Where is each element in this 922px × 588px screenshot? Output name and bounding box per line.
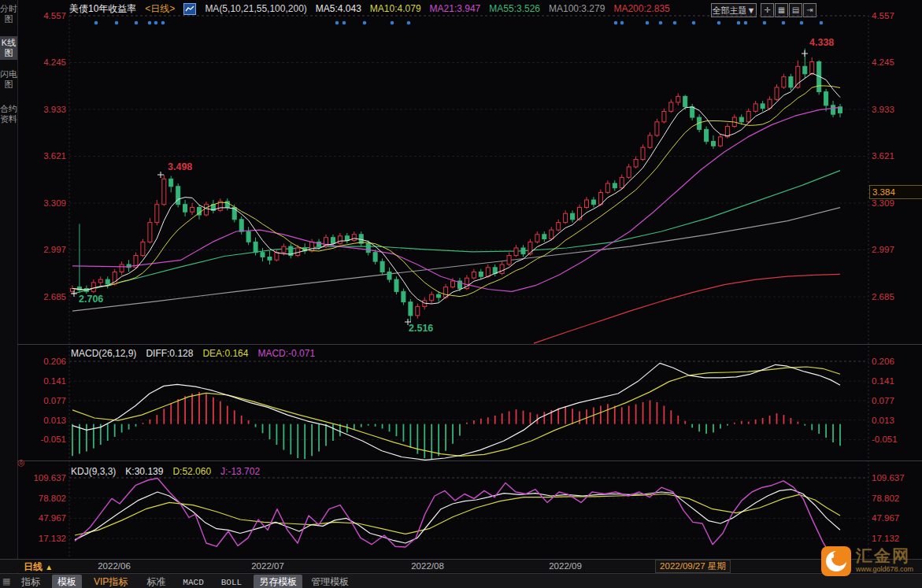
svg-text:3.498: 3.498	[168, 161, 192, 172]
y-axis-label: 17.132	[19, 534, 66, 543]
macd-title: MACD(26,12,9)	[71, 348, 136, 359]
svg-text:4.338: 4.338	[809, 37, 834, 48]
y-axis-label: 109.637	[19, 473, 66, 483]
x-axis-date: 2022/07	[251, 561, 284, 571]
kdj-d-value: D:52.060	[172, 466, 211, 477]
tab-boll[interactable]: BOLL	[216, 577, 247, 588]
tab-macd[interactable]: MACD	[177, 577, 209, 588]
y-axis-label: 4.245	[872, 57, 920, 67]
indicator-target-icon[interactable]: ◎	[17, 457, 25, 468]
y-axis-label: 47.967	[19, 513, 66, 523]
y-axis-label: 0.141	[19, 376, 66, 386]
kdj-header: KDJ(9,3,3) K:30.139 D:52.060 J:-13.702	[71, 466, 260, 477]
logo-badge-icon	[821, 546, 851, 576]
y-axis-label: 47.967	[872, 513, 920, 523]
y-axis-label: 2.685	[19, 292, 66, 301]
kdj-title: KDJ(9,3,3)	[71, 466, 116, 477]
y-axis-label: 0.077	[872, 396, 920, 405]
y-axis-label: 0.141	[872, 376, 920, 386]
period-selector[interactable]: 日线 ▲	[24, 560, 53, 574]
y-axis-label: 0.013	[19, 416, 66, 425]
current-date-label: 2022/09/27 星期二	[655, 560, 731, 573]
y-axis-label: -0.051	[19, 435, 66, 444]
candlestick-chart-canvas[interactable]: 3.4984.3382.7062.516	[0, 0, 922, 588]
indicator-tabs: 指标 模板 VIP指标 标准 MACD BOLL 另存模板 管理模板	[16, 575, 354, 588]
period-text: 日线	[24, 561, 43, 572]
macd-dea-value: DEA:0.164	[202, 348, 248, 359]
trading-app-window: 分时图 K线图 闪电图 合约资料 美债10年收益率 <日线> MA(5,10,2…	[0, 0, 922, 588]
tab-templates[interactable]: 模板	[52, 575, 82, 588]
x-axis-date: 2022/08	[411, 561, 444, 571]
tab-vip-indicators[interactable]: VIP指标	[88, 575, 133, 588]
y-axis-label: 4.245	[19, 57, 66, 67]
x-axis-date: 2022/06	[98, 561, 131, 571]
kdj-j-value: J:-13.702	[220, 466, 260, 477]
current-price-badge: 3.384	[869, 185, 922, 199]
y-axis-label: 0.013	[872, 416, 920, 425]
y-axis-label: 2.997	[19, 245, 66, 254]
y-axis-label: 2.997	[872, 245, 920, 254]
tab-save-template[interactable]: 另存模板	[254, 575, 302, 588]
chevron-up-icon: ▲	[45, 563, 53, 571]
y-axis-label: 109.637	[872, 473, 920, 483]
y-axis-label: 3.933	[872, 105, 920, 114]
tab-manage-templates[interactable]: 管理模板	[305, 575, 354, 588]
site-logo[interactable]: 汇金网 www.gold678.com	[821, 546, 922, 582]
grid-icon[interactable]: ▦	[2, 576, 10, 586]
y-axis-label: 3.933	[19, 105, 66, 114]
svg-text:2.516: 2.516	[409, 323, 433, 334]
y-axis-label: 17.132	[872, 534, 920, 543]
logo-name: 汇金网	[856, 546, 913, 565]
kdj-k-value: K:30.139	[125, 466, 163, 477]
panel-separator	[17, 344, 922, 345]
y-axis-label: -0.051	[872, 435, 920, 444]
x-axis-band	[0, 560, 922, 572]
y-axis-label: 3.621	[872, 151, 920, 161]
y-axis-label: 2.685	[872, 292, 920, 301]
y-axis-label: 0.206	[872, 357, 920, 366]
x-axis-date: 2022/09	[549, 561, 582, 571]
macd-macd-value: MACD:-0.071	[257, 348, 315, 359]
svg-text:2.706: 2.706	[79, 294, 103, 305]
panel-separator	[17, 460, 922, 461]
macd-diff-value: DIFF:0.128	[146, 348, 193, 359]
tab-standard[interactable]: 标准	[141, 575, 171, 588]
y-axis-label: 3.309	[19, 198, 66, 208]
y-axis-label: 3.309	[872, 198, 920, 208]
macd-header: MACD(26,12,9) DIFF:0.128 DEA:0.164 MACD:…	[71, 348, 315, 359]
y-axis-label: 4.557	[872, 11, 920, 20]
tab-indicators[interactable]: 指标	[16, 575, 46, 588]
y-axis-label: 3.621	[19, 151, 66, 161]
logo-url: www.gold678.com	[856, 565, 913, 574]
y-axis-label: 78.802	[19, 494, 66, 503]
y-axis-label: 0.077	[19, 396, 66, 405]
y-axis-label: 0.206	[19, 357, 66, 366]
y-axis-label: 78.802	[872, 494, 920, 503]
y-axis-label: 4.557	[19, 11, 66, 20]
